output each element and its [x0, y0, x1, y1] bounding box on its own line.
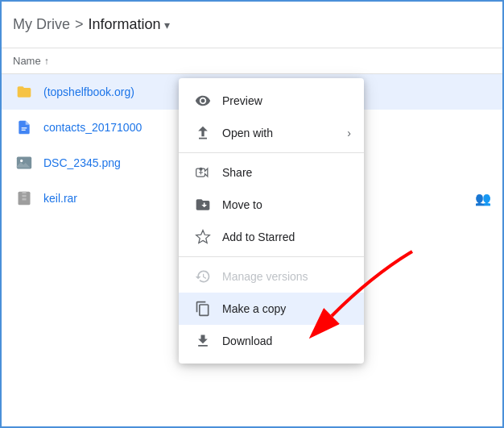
move-to-label: Move to: [222, 198, 262, 211]
context-menu-move-to[interactable]: Move to: [179, 189, 364, 221]
eye-icon: [195, 93, 211, 109]
context-menu: Preview Open with › Share Move to Add to…: [179, 78, 364, 364]
sort-arrow-icon: ↑: [44, 56, 49, 67]
context-menu-share[interactable]: Share: [179, 156, 364, 189]
breadcrumb-my-drive[interactable]: My Drive: [13, 16, 70, 33]
image-icon: [13, 152, 35, 174]
preview-label: Preview: [222, 94, 262, 107]
svg-rect-6: [23, 195, 27, 197]
manage-versions-label: Manage versions: [222, 270, 308, 283]
svg-rect-7: [23, 198, 27, 201]
menu-divider-2: [179, 256, 364, 257]
share-label: Share: [222, 166, 252, 179]
context-menu-download[interactable]: Download: [179, 325, 364, 357]
add-starred-label: Add to Starred: [222, 231, 295, 243]
open-with-label: Open with: [222, 127, 273, 139]
archive-icon: [13, 187, 35, 210]
file-list-header: Name ↑: [2, 48, 502, 74]
move-to-icon: [195, 197, 211, 213]
make-copy-label: Make a copy: [222, 302, 286, 315]
context-menu-open-with[interactable]: Open with ›: [179, 117, 364, 149]
svg-point-8: [199, 168, 202, 171]
svg-point-3: [20, 160, 23, 162]
copy-icon: [195, 301, 211, 317]
breadcrumb-separator: >: [75, 16, 84, 33]
svg-rect-5: [23, 192, 27, 194]
download-icon: [195, 333, 211, 349]
download-label: Download: [222, 335, 272, 347]
history-icon: [195, 268, 211, 285]
context-menu-make-copy[interactable]: Make a copy: [179, 293, 364, 325]
submenu-arrow-icon: ›: [347, 127, 351, 139]
context-menu-add-starred[interactable]: Add to Starred: [179, 221, 364, 253]
context-menu-preview[interactable]: Preview: [179, 85, 364, 117]
folder-icon: [13, 81, 35, 103]
sort-by-name[interactable]: Name ↑: [13, 55, 49, 67]
doc-icon: [13, 116, 35, 139]
open-with-icon: [195, 125, 211, 141]
menu-divider: [179, 152, 364, 153]
chevron-down-icon[interactable]: ▾: [164, 19, 170, 31]
breadcrumb-bar: My Drive > Information ▾: [2, 2, 502, 48]
share-icon: [195, 164, 211, 181]
shared-icon: 👥: [475, 191, 491, 206]
star-icon: [195, 229, 211, 245]
context-menu-manage-versions: Manage versions: [179, 260, 364, 293]
breadcrumb-current-folder[interactable]: Information: [89, 16, 161, 33]
